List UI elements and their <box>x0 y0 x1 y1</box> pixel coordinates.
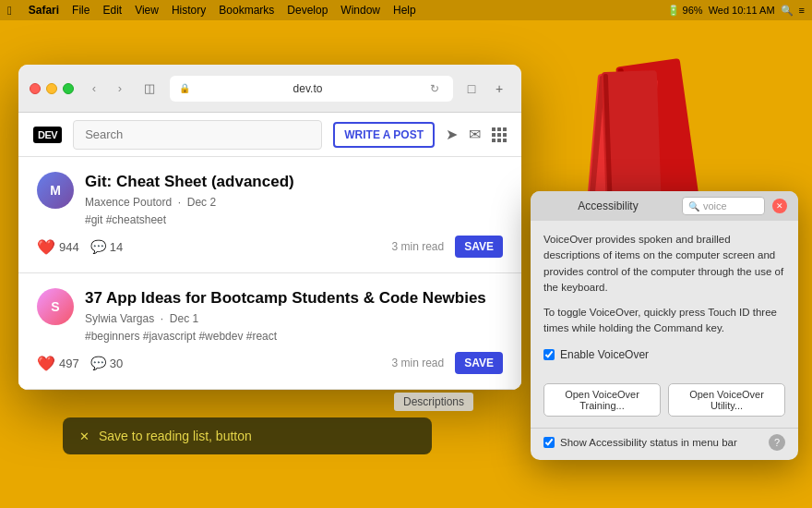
panel-search-box[interactable]: 🔍 voice <box>682 197 765 215</box>
show-accessibility-checkbox[interactable] <box>543 437 555 448</box>
control-strip-icon[interactable]: ≡ <box>799 5 805 16</box>
battery-status: 🔋 96% <box>667 5 703 17</box>
comment-reaction-2[interactable]: 💬 30 <box>90 356 123 370</box>
menu-edit[interactable]: Edit <box>102 4 122 17</box>
comment-count: 14 <box>110 240 123 254</box>
article-date: Dec 2 <box>187 196 216 209</box>
menu-safari[interactable]: Safari <box>29 4 59 17</box>
sidebar-toggle[interactable]: ◫ <box>137 79 162 98</box>
menu-help[interactable]: Help <box>393 4 416 17</box>
menu-history[interactable]: History <box>172 4 206 17</box>
save-button-2[interactable]: SAVE <box>455 352 503 374</box>
close-button[interactable] <box>30 83 41 94</box>
comment-reaction[interactable]: 💬 14 <box>90 239 123 254</box>
help-button[interactable]: ? <box>769 434 785 451</box>
menu-bar-right: 🔋 96% Wed 10:11 AM 🔍 ≡ <box>667 5 805 17</box>
author-avatar-2: S <box>37 288 74 325</box>
menu-view[interactable]: View <box>135 4 159 17</box>
article-date-2: Dec 1 <box>170 312 198 325</box>
close-tooltip-icon[interactable]: ✕ <box>79 429 90 443</box>
article-footer-2: ❤️ 497 💬 30 3 min read SAVE <box>37 352 503 374</box>
heart-reaction-2[interactable]: ❤️ 497 <box>37 355 79 372</box>
heart-reaction[interactable]: ❤️ 944 <box>37 238 79 256</box>
reload-button[interactable]: ↻ <box>425 79 444 98</box>
search-icon: 🔍 <box>688 201 699 212</box>
url-text: dev.to <box>196 82 420 95</box>
menu-develop[interactable]: Develop <box>287 4 328 17</box>
save-button-1[interactable]: SAVE <box>455 236 503 258</box>
article-card: M Git: Cheat Sheet (advanced) Maxence Po… <box>18 157 521 273</box>
menu-file[interactable]: File <box>72 4 90 17</box>
panel-title: Accessibility <box>542 200 675 212</box>
panel-description-2: To toggle VoiceOver, quickly press Touch… <box>543 305 785 337</box>
menu-window[interactable]: Window <box>340 4 380 17</box>
comment-icon: 💬 <box>90 239 106 254</box>
article-content: Git: Cheat Sheet (advanced) Maxence Pout… <box>85 172 503 226</box>
author-avatar: M <box>37 172 74 209</box>
comment-count-2: 30 <box>110 357 123 370</box>
traffic-lights <box>30 83 74 94</box>
dev-header: DEV WRITE A POST ➤ ✉ <box>18 113 521 157</box>
article-top: M Git: Cheat Sheet (advanced) Maxence Po… <box>37 172 503 226</box>
browser-window: ‹ › ◫ 🔒 dev.to ↻ □ + DEV WRITE A POST ➤ … <box>18 65 521 390</box>
bell-icon[interactable]: ✉ <box>469 126 481 143</box>
article-title-2[interactable]: 37 App Ideas for Bootcamp Students & Cod… <box>85 288 503 308</box>
article-footer: ❤️ 944 💬 14 3 min read SAVE <box>37 236 503 258</box>
search-input[interactable] <box>73 120 322 150</box>
write-post-button[interactable]: WRITE A POST <box>333 122 435 148</box>
maximize-button[interactable] <box>63 83 74 94</box>
comment-icon-2: 💬 <box>90 356 106 370</box>
send-icon[interactable]: ➤ <box>446 126 458 143</box>
article-tags: #git #cheatsheet <box>85 213 503 226</box>
enable-voiceover-label: Enable VoiceOver <box>560 346 649 363</box>
back-button[interactable]: ‹ <box>85 79 103 98</box>
article-title[interactable]: Git: Cheat Sheet (advanced) <box>85 172 503 192</box>
panel-close-button[interactable]: ✕ <box>772 199 787 213</box>
panel-search-placeholder: voice <box>703 200 727 212</box>
share-button[interactable]: □ <box>460 78 483 100</box>
panel-footer: Open VoiceOver Training... Open VoiceOve… <box>531 374 798 428</box>
panel-bottom-row: Show Accessibility status in menu bar ? <box>531 428 798 460</box>
open-utility-button[interactable]: Open VoiceOver Utility... <box>668 383 785 417</box>
article-card-2: S 37 App Ideas for Bootcamp Students & C… <box>18 273 521 390</box>
add-tab-button[interactable]: + <box>488 78 510 100</box>
panel-header: Accessibility 🔍 voice ✕ <box>531 191 798 221</box>
tooltip-notification: ✕ Save to reading list, button <box>63 417 432 454</box>
descriptions-text: Descriptions <box>403 395 464 408</box>
article-content-2: 37 App Ideas for Bootcamp Students & Cod… <box>85 288 503 343</box>
menu-bookmarks[interactable]: Bookmarks <box>219 4 274 17</box>
read-time-2: 3 min read <box>392 357 445 369</box>
show-accessibility-label: Show Accessibility status in menu bar <box>560 437 763 448</box>
descriptions-bar: Descriptions <box>394 393 473 411</box>
dev-logo: DEV <box>33 127 62 143</box>
heart-count: 944 <box>59 240 79 254</box>
panel-body: VoiceOver provides spoken and brailled d… <box>531 221 798 374</box>
author-name-2: Sylwia Vargas <box>85 312 154 325</box>
article-meta: Maxence Poutord · Dec 2 <box>85 196 503 209</box>
browser-titlebar: ‹ › ◫ 🔒 dev.to ↻ □ + <box>18 65 521 113</box>
accessibility-panel: Accessibility 🔍 voice ✕ VoiceOver provid… <box>531 191 798 460</box>
heart-count-2: 497 <box>59 357 79 370</box>
article-tags-2: #beginners #javascript #webdev #react <box>85 330 503 343</box>
menu-bar-left:  Safari File Edit View History Bookmark… <box>7 4 416 18</box>
tooltip-text: Save to reading list, button <box>99 429 252 443</box>
article-meta-2: Sylwia Vargas · Dec 1 <box>85 312 503 325</box>
menu-bar:  Safari File Edit View History Bookmark… <box>0 0 812 20</box>
minimize-button[interactable] <box>46 83 57 94</box>
panel-description-1: VoiceOver provides spoken and brailled d… <box>543 232 785 296</box>
forward-button[interactable]: › <box>111 79 129 98</box>
search-menubar-icon[interactable]: 🔍 <box>781 5 794 17</box>
author-name: Maxence Poutord <box>85 196 172 209</box>
grid-menu-icon[interactable] <box>492 127 507 142</box>
address-bar[interactable]: 🔒 dev.to ↻ <box>170 76 453 102</box>
heart-icon: ❤️ <box>37 238 55 256</box>
clock: Wed 10:11 AM <box>709 5 775 16</box>
desktop: ‹ › ◫ 🔒 dev.to ↻ □ + DEV WRITE A POST ➤ … <box>0 20 812 508</box>
enable-voiceover-row: Enable VoiceOver <box>543 346 785 363</box>
apple-menu[interactable]:  <box>7 4 12 18</box>
articles-list: M Git: Cheat Sheet (advanced) Maxence Po… <box>18 157 521 390</box>
enable-voiceover-checkbox[interactable] <box>543 349 555 360</box>
lock-icon: 🔒 <box>179 83 190 93</box>
open-training-button[interactable]: Open VoiceOver Training... <box>543 383 661 417</box>
heart-icon-2: ❤️ <box>37 355 55 372</box>
